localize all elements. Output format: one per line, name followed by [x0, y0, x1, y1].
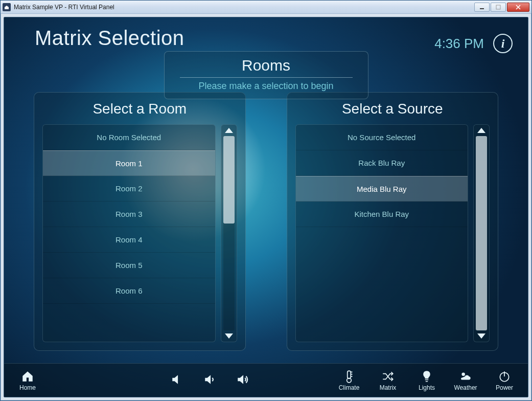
thermometer-icon [342, 370, 356, 383]
room-list-item[interactable]: Room 1 [43, 150, 215, 176]
volume-up-button[interactable] [236, 373, 249, 388]
power-icon [498, 370, 511, 383]
page-title: Matrix Selection [35, 27, 184, 50]
room-list-item[interactable]: Room 5 [43, 253, 215, 278]
weather-label: Weather [454, 384, 477, 391]
titlebar[interactable]: Matrix Sample VP - RTI Virtual Panel [1, 1, 531, 14]
weather-button[interactable]: Weather [452, 370, 479, 391]
app-window: Matrix Sample VP - RTI Virtual Panel Mat… [0, 0, 532, 401]
lightbulb-icon [420, 370, 433, 383]
app-body: Matrix Selection 4:36 PM i Rooms Please … [4, 17, 528, 397]
home-icon [21, 370, 34, 383]
speaker-high-icon [236, 373, 249, 386]
home-button[interactable]: Home [14, 370, 41, 391]
source-panel-title: Select a Source [295, 101, 490, 117]
scroll-up-icon[interactable] [225, 128, 233, 133]
volume-down-button[interactable] [203, 373, 217, 388]
window-title: Matrix Sample VP - RTI Virtual Panel [14, 4, 114, 11]
room-list-item[interactable]: Room 4 [43, 227, 215, 253]
rooms-header-subtitle: Please make a selection to begin [175, 81, 358, 92]
lights-button[interactable]: Lights [413, 370, 440, 391]
svg-rect-2 [348, 371, 351, 378]
shuffle-icon [381, 370, 395, 383]
climate-label: Climate [339, 384, 360, 391]
divider [180, 77, 353, 78]
source-panel: Select a Source No Source SelectedRack B… [287, 92, 499, 351]
scroll-down-icon[interactable] [477, 333, 485, 339]
source-list-item[interactable]: No Source Selected [296, 125, 468, 150]
source-list-item[interactable]: Rack Blu Ray [296, 150, 468, 176]
source-list-item[interactable]: Kitchen Blu Ray [296, 202, 468, 227]
svg-point-7 [461, 372, 465, 376]
lights-label: Lights [419, 384, 435, 391]
close-button[interactable] [507, 3, 529, 12]
room-panel-title: Select a Room [42, 101, 237, 117]
scroll-thumb[interactable] [476, 136, 487, 330]
svg-rect-1 [496, 5, 500, 9]
home-label: Home [19, 384, 36, 391]
source-list-item[interactable]: Media Blu Ray [296, 176, 468, 202]
room-list-item[interactable]: Room 3 [43, 202, 215, 227]
power-label: Power [496, 384, 513, 391]
bottom-bar: Home Climate Matrix [4, 363, 528, 397]
clock: 4:36 PM [434, 36, 484, 52]
matrix-label: Matrix [380, 384, 397, 391]
scroll-up-icon[interactable] [477, 128, 485, 133]
info-button[interactable]: i [493, 34, 513, 53]
climate-button[interactable]: Climate [336, 370, 362, 391]
volume-mute-button[interactable] [171, 373, 184, 388]
matrix-button[interactable]: Matrix [375, 370, 401, 391]
maximize-button[interactable] [491, 3, 506, 12]
minimize-button[interactable] [474, 3, 490, 12]
room-list-item[interactable]: No Room Selected [43, 125, 215, 150]
room-list-item[interactable]: Room 2 [43, 176, 215, 202]
speaker-low-icon [203, 373, 217, 386]
power-button[interactable]: Power [491, 370, 518, 391]
scroll-track[interactable] [223, 136, 235, 330]
svg-rect-0 [480, 8, 484, 9]
app-icon [3, 3, 11, 11]
weather-icon [459, 370, 472, 383]
scroll-thumb[interactable] [223, 136, 235, 224]
scroll-track[interactable] [476, 136, 487, 330]
room-panel: Select a Room No Room SelectedRoom 1Room… [34, 92, 246, 351]
rooms-header-title: Rooms [175, 57, 358, 74]
room-list[interactable]: No Room SelectedRoom 1Room 2Room 3Room 4… [42, 124, 216, 342]
room-list-item[interactable]: Room 6 [43, 278, 215, 304]
room-scrollbar[interactable] [221, 124, 237, 342]
source-scrollbar[interactable] [473, 124, 490, 342]
speaker-mute-icon [171, 373, 184, 386]
rooms-header-box: Rooms Please make a selection to begin [164, 51, 368, 99]
source-list[interactable]: No Source SelectedRack Blu RayMedia Blu … [295, 124, 469, 342]
scroll-down-icon[interactable] [225, 333, 233, 339]
